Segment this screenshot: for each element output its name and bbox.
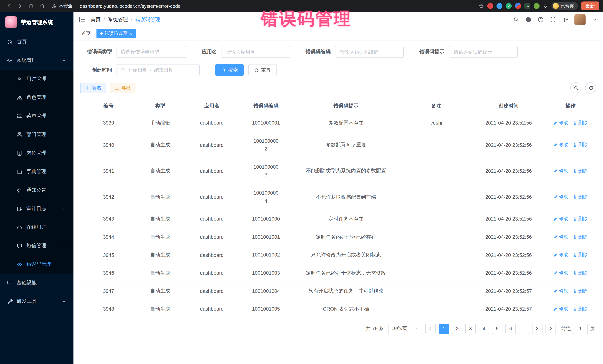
close-icon[interactable] xyxy=(129,32,132,35)
sidebar-item-4[interactable]: 菜单管理 xyxy=(0,107,73,125)
sidebar-item-7[interactable]: 字典管理 xyxy=(0,162,73,181)
breadcrumb-system[interactable]: 系统管理 xyxy=(108,16,128,23)
delete-link[interactable]: 删除 xyxy=(573,120,588,126)
sidebar-item-9[interactable]: 审计日志 xyxy=(0,199,73,218)
page-button-1[interactable]: 1 xyxy=(439,323,449,334)
chevron-down-icon[interactable] xyxy=(592,16,598,22)
error-type-select[interactable]: 请选择错误码类型 xyxy=(116,46,186,58)
edit-link[interactable]: 修改 xyxy=(554,234,568,240)
date-range-separator: - xyxy=(150,67,151,73)
edit-link[interactable]: 修改 xyxy=(554,288,568,294)
delete-link[interactable]: 删除 xyxy=(573,306,588,312)
sidebar-item-0[interactable]: 首页 xyxy=(0,33,73,51)
error-code-input[interactable] xyxy=(339,49,400,55)
breadcrumb-home[interactable]: 首页 xyxy=(91,16,101,23)
cell-id: 3943 xyxy=(80,210,137,228)
error-msg-input[interactable] xyxy=(453,49,513,55)
add-button[interactable]: 新增 xyxy=(80,83,106,93)
column-header: 类型 xyxy=(137,98,183,114)
hamburger-icon[interactable] xyxy=(79,16,85,23)
delete-link[interactable]: 删除 xyxy=(573,168,588,174)
prev-page-button[interactable] xyxy=(425,323,436,334)
filter-app-label: 应用名 xyxy=(202,49,217,55)
page-button-4[interactable]: 4 xyxy=(479,323,489,334)
app-logo[interactable]: 芋道管理系统 xyxy=(0,12,73,33)
address-bar[interactable]: 不安全 | dashboard.yudao.iocoder.cn/system/… xyxy=(52,3,477,9)
edit-link[interactable]: 修改 xyxy=(554,216,568,222)
back-icon[interactable] xyxy=(4,1,13,11)
edit-link[interactable]: 修改 xyxy=(554,252,568,258)
url-text: dashboard.yudao.iocoder.cn/system/error-… xyxy=(80,3,181,9)
page-button-2[interactable]: 2 xyxy=(452,323,462,334)
table-row: 3942自动生成dashboard100100000 4不允许获取敏感配置到前端… xyxy=(80,184,596,210)
cell-remark xyxy=(400,210,472,228)
delete-link[interactable]: 删除 xyxy=(573,288,588,294)
puzzle-extensions-icon[interactable] xyxy=(543,3,548,9)
sidebar-item-8[interactable]: 通知公告 xyxy=(0,181,73,199)
date-range-picker[interactable]: 开始日期 - 结束日期 xyxy=(116,64,200,76)
github-icon[interactable] xyxy=(525,16,531,22)
extension-red-icon[interactable] xyxy=(487,3,493,9)
next-page-button[interactable] xyxy=(545,323,556,334)
extension-blue-icon[interactable] xyxy=(497,3,502,9)
extension-green-v-icon[interactable]: V xyxy=(506,3,512,9)
page-button-5[interactable]: 5 xyxy=(492,323,502,334)
chevron-up-icon xyxy=(61,58,67,62)
user-avatar[interactable] xyxy=(574,14,586,25)
edit-link[interactable]: 修改 xyxy=(554,270,568,276)
fullscreen-icon[interactable] xyxy=(550,16,556,22)
extension-on-badge-icon[interactable]: on xyxy=(524,3,530,9)
delete-link[interactable]: 删除 xyxy=(573,142,588,148)
edit-icon xyxy=(554,235,558,239)
sidebar-item-3[interactable]: 角色管理 xyxy=(0,88,73,107)
refresh-table-button[interactable] xyxy=(585,82,596,93)
app-name-input[interactable] xyxy=(225,49,286,55)
tab-0[interactable]: 首页 xyxy=(78,29,94,38)
delete-link[interactable]: 删除 xyxy=(573,216,588,222)
delete-link[interactable]: 删除 xyxy=(573,194,588,200)
sidebar-item-5[interactable]: 部门管理 xyxy=(0,125,73,144)
page-button-8[interactable]: 8 xyxy=(532,323,543,334)
export-button[interactable]: 导出 xyxy=(110,83,135,93)
sidebar-item-2[interactable]: 用户管理 xyxy=(0,70,73,88)
update-button[interactable]: 更新 xyxy=(581,1,599,10)
edit-link[interactable]: 修改 xyxy=(554,306,568,312)
page-button-3[interactable]: 3 xyxy=(465,323,476,334)
sidebar-item-6[interactable]: 岗位管理 xyxy=(0,144,73,162)
cell-code: 1001001005 xyxy=(240,300,292,318)
search-icon[interactable] xyxy=(513,16,519,22)
goto-page-input[interactable] xyxy=(573,323,588,334)
edit-link[interactable]: 修改 xyxy=(554,168,568,174)
page-button-6[interactable]: 6 xyxy=(505,323,516,334)
sidebar-item-12[interactable]: 错误码管理 xyxy=(0,255,73,274)
extension-leaf-icon[interactable] xyxy=(533,3,540,9)
paused-pill[interactable]: 已暂停 xyxy=(551,2,578,10)
extension-palette-icon[interactable] xyxy=(515,3,521,9)
font-size-icon[interactable] xyxy=(562,16,568,22)
edit-link[interactable]: 修改 xyxy=(554,120,568,126)
delete-link[interactable]: 删除 xyxy=(573,270,588,276)
edit-link[interactable]: 修改 xyxy=(554,142,568,148)
sidebar-item-10[interactable]: 在线用户 xyxy=(0,218,73,236)
bookmark-star-icon[interactable] xyxy=(478,3,484,9)
delete-link[interactable]: 删除 xyxy=(573,252,588,258)
help-icon[interactable] xyxy=(538,16,544,22)
toggle-search-button[interactable] xyxy=(570,82,581,93)
trash-icon xyxy=(573,307,577,311)
page-more-button[interactable]: ... xyxy=(519,323,529,334)
page-size-select[interactable]: 10条/页 xyxy=(388,323,422,334)
delete-link[interactable]: 删除 xyxy=(573,234,588,240)
reload-icon[interactable] xyxy=(26,1,36,11)
reset-button[interactable]: 重置 xyxy=(248,64,277,76)
edit-link[interactable]: 修改 xyxy=(554,194,568,200)
sidebar-item-1[interactable]: 系统管理 xyxy=(0,51,73,70)
sidebar-item-14[interactable]: 研发工具 xyxy=(0,292,73,311)
app-title: 芋道管理系统 xyxy=(21,19,53,26)
forward-icon[interactable] xyxy=(15,1,24,11)
tab-1[interactable]: 错误码管理 xyxy=(96,29,136,38)
cell-app: dashboard xyxy=(183,184,240,210)
home-icon[interactable] xyxy=(37,1,47,11)
sidebar-item-13[interactable]: 基础设施 xyxy=(0,274,73,292)
search-button[interactable]: 搜索 xyxy=(215,64,244,76)
sidebar-item-11[interactable]: 短信管理 xyxy=(0,236,73,255)
